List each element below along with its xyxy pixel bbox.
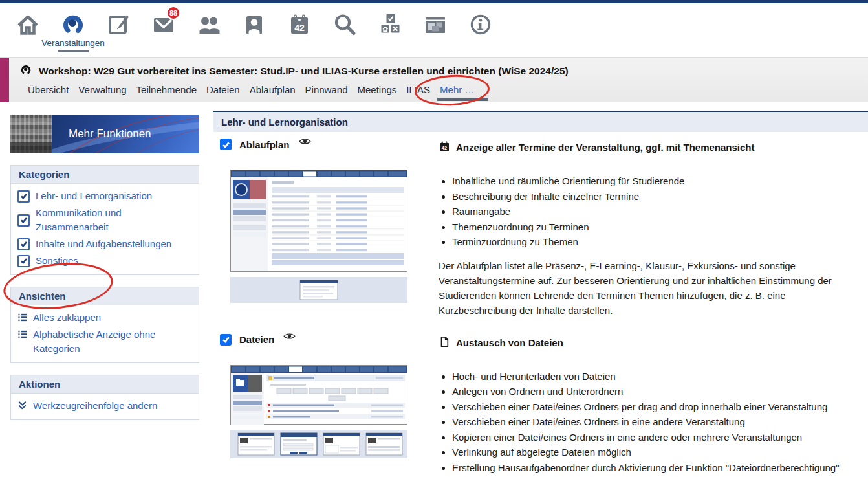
sidebar-widget-kategorien: Kategorien Lehr- und Lernorganisation Ko… [10,165,199,275]
ablaufplan-feature-list: Inhaltliche und räumliche Orientierung f… [439,174,862,250]
course-type-icon [19,63,32,79]
course-tab-bar: Übersicht Verwaltung Teilnehmende Dateie… [0,84,868,95]
home-icon[interactable] [5,3,50,57]
collapse-list-icon [17,313,27,325]
course-color-stripe [0,58,9,102]
tab-ilias[interactable]: ILIAS [406,84,430,95]
tool-heading-text: Austausch von Dateien [456,337,563,348]
category-filter-inhalte[interactable]: Inhalte und Aufgabenstellungen [17,236,192,252]
ablaufplan-checkbox[interactable] [220,139,232,150]
bullet-item: Verschieben einer Datei/eines Ordners in… [452,415,862,430]
tab-uebersicht[interactable]: Übersicht [28,84,69,95]
action-link-label: Werkzeugreihenfolge ändern [33,399,157,413]
sidebar-title: Mehr Funktionen [69,128,151,140]
tab-verwaltung[interactable]: Verwaltung [78,84,126,95]
svg-text:42: 42 [442,145,447,151]
bullet-item: Kopieren einer Datei/eines Ordners in ei… [452,430,862,445]
list-view-icon [17,329,27,342]
bulletin-board-icon[interactable] [413,3,458,57]
studip-page: Veranstaltungen 88 42 [0,0,868,476]
tab-meetings[interactable]: Meetings [357,84,396,95]
ablaufplan-description: Der Ablaufplan listet alle Präsenz-, E-L… [439,258,862,318]
bullet-item: Hoch- und Herunterladen von Dateien [452,370,862,384]
bullet-item: Themenzuordnung zu Terminen [452,220,862,235]
double-chevron-down-icon [17,401,27,413]
info-icon[interactable] [458,3,503,57]
dateien-feature-list: Hoch- und Herunterladen von DateienAnleg… [439,370,862,476]
sidebar-header-image: Mehr Funktionen [10,115,199,153]
section-header: Lehr- und Lernorganisation [213,111,868,132]
category-filter-kommunikation[interactable]: Kommunikation und Zusammenarbeit [17,205,192,236]
category-label: Lehr- und Lernorganisation [36,189,152,203]
ablaufplan-screenshot-thumbnail[interactable] [230,170,409,303]
widget-title-kategorien: Kategorien [11,166,199,184]
checkbox-checked-icon [17,238,30,250]
tools-icon[interactable] [367,3,413,57]
dateien-checkbox[interactable] [220,334,232,346]
category-filter-lehr[interactable]: Lehr- und Lernorganisation [17,188,192,205]
bullet-item: Raumangabe [452,205,862,219]
category-label: Kommunikation und Zusammenarbeit [36,206,192,234]
view-link-label: Alphabetische Anzeige ohne Kategorien [33,327,192,356]
visibility-eye-icon[interactable] [283,331,296,343]
bullet-item: Verschieben einer Datei/eines Ordners pe… [452,400,862,415]
sidebar-widget-aktionen: Aktionen Werkzeugreihenfolge ändern [10,375,199,420]
sidebar-photo [10,115,52,153]
tab-teilnehmende[interactable]: Teilnehmende [136,84,197,95]
bullet-item: Erstellung Hausaufgabenordner durch Akti… [452,461,862,476]
schedule-icon: 42 [439,140,450,154]
ablaufplan-preview-strip [230,277,409,303]
sidebar-widget-ansichten: Ansichten Alles zuklappen Alphabetische … [10,287,199,363]
bullet-item: Beschreibung der Inhalte einzelner Termi… [452,190,862,205]
action-link-werkzeugreihenfolge[interactable]: Werkzeugreihenfolge ändern [17,397,192,414]
file-icon [439,336,450,349]
checkbox-checked-icon [17,214,30,227]
search-icon[interactable] [322,3,367,57]
course-title: Workshop: W29 Gut vorbereitet ins Semest… [39,65,569,77]
checkbox-checked-icon [17,255,30,267]
view-link-label: Alles zuklappen [33,311,101,325]
course-header: Workshop: W29 Gut vorbereitet ins Semest… [0,57,868,102]
messages-icon[interactable]: 88 [141,3,186,57]
content-area: Lehr- und Lernorganisation Ablaufplan [213,111,868,476]
tool-name: Ablaufplan [239,139,290,150]
tool-block-dateien: Dateien [213,327,868,476]
tab-ablaufplan[interactable]: Ablaufplan [250,84,296,95]
courses-icon[interactable]: Veranstaltungen [50,3,96,57]
widget-title-aktionen: Aktionen [11,375,199,394]
checkbox-checked-icon [17,190,30,203]
category-label: Sonstiges [36,254,78,268]
category-filter-sonstiges[interactable]: Sonstiges [17,252,192,269]
profile-icon[interactable] [232,3,277,57]
messages-badge: 88 [166,6,180,20]
svg-text:42: 42 [294,23,305,33]
dateien-screenshot-thumbnail[interactable] [230,365,409,458]
courses-active-underline [58,50,89,52]
category-label: Inhalte und Aufgabenstellungen [36,237,171,251]
tool-block-ablaufplan: Ablaufplan [213,132,868,318]
tool-name: Dateien [239,334,274,345]
planner-icon[interactable]: 42 [277,3,322,57]
dateien-preview-strip [230,430,409,458]
widget-title-ansichten: Ansichten [11,287,199,305]
main-navigation-bar: Veranstaltungen 88 42 [0,3,868,57]
tab-mehr[interactable]: Mehr … [440,84,474,95]
visibility-eye-icon[interactable] [299,137,311,148]
bullet-item: Terminzuordnung zu Themen [452,235,862,250]
view-link-alles-zuklappen[interactable]: Alles zuklappen [17,309,192,326]
tab-dateien[interactable]: Dateien [206,84,240,95]
tool-heading-text: Anzeige aller Termine der Veranstaltung,… [456,142,755,153]
bullet-item: Inhaltliche und räumliche Orientierung f… [452,174,862,189]
tab-pinnwand[interactable]: Pinnwand [305,84,348,95]
edit-icon[interactable] [96,3,141,57]
community-icon[interactable] [186,3,232,57]
view-link-alphabetisch[interactable]: Alphabetische Anzeige ohne Kategorien [17,326,192,357]
bullet-item: Verlinkung auf abgelegte Dateien möglich [452,445,862,460]
bullet-item: Anlegen von Ordnern und Unterordnern [452,384,862,399]
sidebar: Mehr Funktionen Kategorien Lehr- und Ler… [10,115,199,420]
